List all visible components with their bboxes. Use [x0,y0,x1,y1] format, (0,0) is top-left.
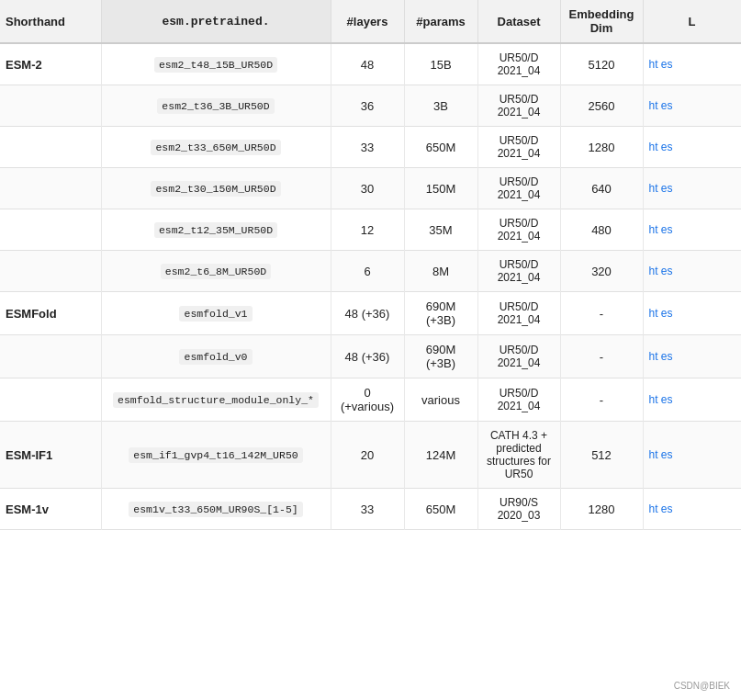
header-pretrained: esm.pretrained. [101,0,331,43]
cell-embedding-dim: 480 [560,209,643,251]
cell-params: 690M (+3B) [404,335,477,378]
cell-link[interactable]: ht es [643,292,741,335]
cell-embedding-dim: - [560,378,643,422]
cell-pretrained: esm2_t12_35M_UR50D [101,209,331,251]
cell-layers: 33 [331,489,404,530]
cell-shorthand [0,209,101,251]
cell-link[interactable]: ht es [643,422,741,489]
table-row: esm2_t30_150M_UR50D30150MUR50/D 2021_046… [0,168,741,209]
table-row: esm2_t36_3B_UR50D363BUR50/D 2021_042560h… [0,85,741,127]
link-anchor[interactable]: ht es [649,223,673,236]
link-anchor[interactable]: ht es [649,99,673,112]
link-anchor[interactable]: ht es [649,265,673,277]
cell-dataset: UR50/D 2021_04 [477,292,560,335]
cell-shorthand [0,251,101,292]
cell-link[interactable]: ht es [643,85,741,127]
cell-shorthand [0,378,101,422]
table-row: esmfold_v048 (+36)690M (+3B)UR50/D 2021_… [0,335,741,378]
cell-pretrained: esm2_t48_15B_UR50D [101,43,331,85]
cell-pretrained: esm_if1_gvp4_t16_142M_UR50 [101,422,331,489]
pretrained-code: esm2_t30_150M_UR50D [151,181,280,197]
cell-embedding-dim: 640 [560,168,643,209]
pretrained-code: esm2_t48_15B_UR50D [154,57,277,73]
cell-params: 690M (+3B) [404,292,477,335]
pretrained-code: esm2_t12_35M_UR50D [154,222,277,238]
cell-dataset: UR50/D 2021_04 [477,168,560,209]
table-row: esmfold_structure_module_only_*0 (+vario… [0,378,741,422]
header-link: L [643,0,741,43]
cell-layers: 6 [331,251,404,292]
table-row: ESM-IF1esm_if1_gvp4_t16_142M_UR5020124MC… [0,422,741,489]
cell-params: 124M [404,422,477,489]
cell-pretrained: esm2_t30_150M_UR50D [101,168,331,209]
cell-dataset: UR50/D 2021_04 [477,251,560,292]
table-row: ESMFoldesmfold_v148 (+36)690M (+3B)UR50/… [0,292,741,335]
cell-shorthand [0,85,101,127]
cell-params: 3B [404,85,477,127]
cell-dataset: UR50/D 2021_04 [477,85,560,127]
header-dataset: Dataset [477,0,560,43]
cell-layers: 0 (+various) [331,378,404,422]
link-anchor[interactable]: ht es [649,350,673,363]
cell-pretrained: esm2_t36_3B_UR50D [101,85,331,127]
link-anchor[interactable]: ht es [649,182,673,195]
cell-embedding-dim: 512 [560,422,643,489]
header-params: #params [404,0,477,43]
cell-link[interactable]: ht es [643,335,741,378]
cell-link[interactable]: ht es [643,209,741,251]
cell-embedding-dim: 320 [560,251,643,292]
cell-shorthand: ESM-IF1 [0,422,101,489]
model-table: Shorthand esm.pretrained. #layers #param… [0,0,741,530]
link-anchor[interactable]: ht es [649,393,673,406]
pretrained-code: esmfold_v0 [179,349,252,365]
cell-layers: 48 (+36) [331,335,404,378]
cell-dataset: UR50/D 2021_04 [477,378,560,422]
header-embedding-dim: Embedding Dim [560,0,643,43]
cell-link[interactable]: ht es [643,43,741,85]
cell-params: 150M [404,168,477,209]
cell-shorthand: ESM-2 [0,43,101,85]
table-row: esm2_t12_35M_UR50D1235MUR50/D 2021_04480… [0,209,741,251]
cell-embedding-dim: 5120 [560,43,643,85]
cell-params: 15B [404,43,477,85]
cell-layers: 12 [331,209,404,251]
pretrained-code: esm2_t33_650M_UR50D [151,140,280,155]
link-anchor[interactable]: ht es [649,307,673,320]
cell-dataset: UR90/S 2020_03 [477,489,560,530]
link-anchor[interactable]: ht es [649,141,673,153]
cell-embedding-dim: 1280 [560,489,643,530]
cell-pretrained: esmfold_v0 [101,335,331,378]
cell-layers: 36 [331,85,404,127]
link-anchor[interactable]: ht es [649,502,673,515]
cell-shorthand: ESM-1v [0,489,101,530]
cell-embedding-dim: - [560,292,643,335]
cell-pretrained: esm2_t33_650M_UR50D [101,127,331,168]
cell-layers: 48 [331,43,404,85]
cell-params: 8M [404,251,477,292]
cell-layers: 20 [331,422,404,489]
cell-link[interactable]: ht es [643,489,741,530]
header-layers: #layers [331,0,404,43]
cell-dataset: CATH 4.3 + predicted structures for UR50 [477,422,560,489]
cell-dataset: UR50/D 2021_04 [477,127,560,168]
cell-dataset: UR50/D 2021_04 [477,335,560,378]
link-anchor[interactable]: ht es [649,58,673,71]
cell-embedding-dim: - [560,335,643,378]
cell-shorthand [0,335,101,378]
cell-link[interactable]: ht es [643,378,741,422]
pretrained-code: esm1v_t33_650M_UR90S_[1-5] [129,502,302,517]
cell-pretrained: esm2_t6_8M_UR50D [101,251,331,292]
cell-link[interactable]: ht es [643,168,741,209]
pretrained-code: esmfold_structure_module_only_* [113,392,319,408]
cell-link[interactable]: ht es [643,251,741,292]
cell-layers: 48 (+36) [331,292,404,335]
table-header-row: Shorthand esm.pretrained. #layers #param… [0,0,741,43]
cell-pretrained: esm1v_t33_650M_UR90S_[1-5] [101,489,331,530]
cell-params: 650M [404,489,477,530]
pretrained-code: esm2_t36_3B_UR50D [157,98,274,114]
link-anchor[interactable]: ht es [649,448,673,461]
cell-layers: 30 [331,168,404,209]
cell-embedding-dim: 1280 [560,127,643,168]
cell-layers: 33 [331,127,404,168]
cell-link[interactable]: ht es [643,127,741,168]
